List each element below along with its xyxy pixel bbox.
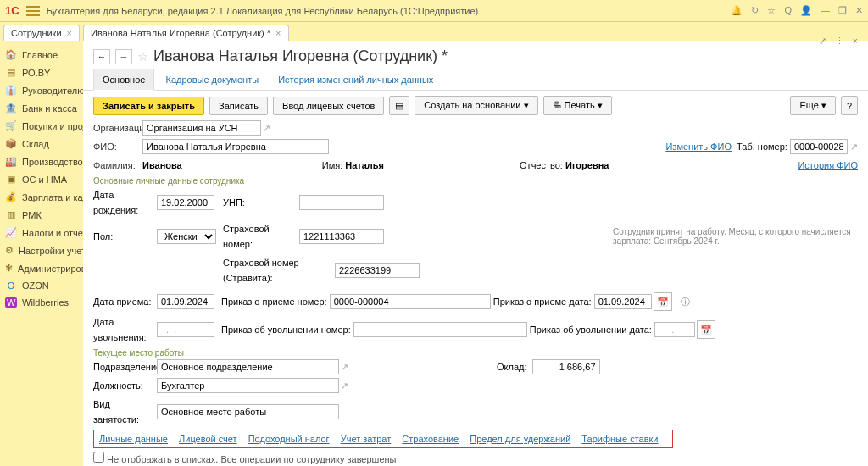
- subtab-docs[interactable]: Кадровые документы: [157, 69, 267, 90]
- org-input[interactable]: [142, 120, 261, 136]
- print-button[interactable]: 🖶 Печать ▾: [543, 96, 612, 115]
- max-icon[interactable]: ❐: [838, 5, 847, 16]
- sidebar-item[interactable]: 👔Руководителю: [0, 81, 83, 99]
- sidebar-item[interactable]: ▤РО.BY: [0, 64, 83, 81]
- insnum-input[interactable]: [299, 229, 384, 244]
- unp-input[interactable]: [299, 195, 384, 210]
- sidebar-item[interactable]: ✻Администрирование: [0, 259, 83, 277]
- history-icon[interactable]: ↻: [751, 5, 759, 16]
- tab-bar: Сотрудники× Иванова Наталья Игоревна (Со…: [0, 22, 868, 41]
- calendar-icon[interactable]: 📅: [654, 292, 672, 311]
- accounts-button[interactable]: Ввод лицевых счетов: [273, 97, 384, 115]
- dep-input[interactable]: [157, 359, 339, 374]
- hiredate-input[interactable]: [157, 294, 214, 309]
- min-icon[interactable]: —: [821, 5, 830, 16]
- sidebar-item[interactable]: WWildberries: [0, 294, 83, 311]
- footer-links: Личные данные Лицевой счет Подоходный на…: [93, 430, 673, 448]
- tab-employees[interactable]: Сотрудники×: [3, 25, 80, 41]
- footer-link[interactable]: Предел для удержаний: [470, 434, 570, 444]
- star-icon[interactable]: ☆: [767, 5, 776, 16]
- emptype-input[interactable]: [157, 404, 339, 419]
- detach-icon[interactable]: ⤢: [819, 41, 826, 47]
- tab-employee-card[interactable]: Иванова Наталья Игоревна (Сотрудник) *×: [83, 25, 289, 41]
- app-title: Бухгалтерия для Беларуси, редакция 2.1 Л…: [47, 6, 479, 16]
- open-icon[interactable]: ↗: [341, 378, 348, 393]
- home-icon: 🏠: [5, 49, 17, 60]
- back-button[interactable]: ←: [93, 49, 110, 64]
- firedate-input[interactable]: [157, 322, 214, 337]
- footer-link[interactable]: Страхование: [402, 434, 459, 444]
- page-title: Иванова Наталья Игоревна (Сотрудник) *: [153, 47, 448, 65]
- save-button[interactable]: Записать: [209, 97, 268, 115]
- salary-input[interactable]: [532, 359, 600, 374]
- bell-icon[interactable]: 🔔: [731, 5, 743, 16]
- sidebar-item[interactable]: 📦Склад: [0, 135, 83, 153]
- sidebar-item[interactable]: ▣ОС и НМА: [0, 170, 83, 188]
- sidebar-item[interactable]: 🏠Главное: [0, 46, 83, 64]
- footer-link[interactable]: Личные данные: [99, 434, 168, 444]
- menu-icon[interactable]: [26, 6, 40, 16]
- fio-input[interactable]: [142, 139, 329, 154]
- toolbar: Записать и закрыть Записать Ввод лицевых…: [83, 91, 868, 120]
- save-close-button[interactable]: Записать и закрыть: [93, 97, 204, 115]
- forward-button[interactable]: →: [115, 49, 132, 64]
- footer-link[interactable]: Лицевой счет: [179, 434, 237, 444]
- open-icon[interactable]: ↗: [341, 359, 348, 374]
- create-based-button[interactable]: Создать на основании ▾: [415, 96, 537, 115]
- close-panel-icon[interactable]: ×: [853, 41, 858, 47]
- tab-close-icon[interactable]: ×: [275, 28, 281, 38]
- close-icon[interactable]: ✕: [855, 5, 863, 16]
- sidebar-item[interactable]: 💰Зарплата и кадры: [0, 188, 83, 206]
- sidebar: 🏠Главное ▤РО.BY 👔Руководителю 🏦Банк и ка…: [0, 41, 83, 466]
- sex-select[interactable]: Женский: [157, 229, 216, 244]
- change-fio-link[interactable]: Изменить ФИО: [665, 141, 732, 152]
- sidebar-item[interactable]: 🏦Банк и касса: [0, 99, 83, 117]
- help-button[interactable]: ?: [841, 96, 858, 115]
- search-icon[interactable]: Q: [784, 5, 792, 16]
- user-icon[interactable]: 👤: [800, 5, 812, 16]
- subtabs: Основное Кадровые документы История изме…: [83, 69, 868, 91]
- hide-checkbox[interactable]: [93, 452, 104, 463]
- more-button[interactable]: Еще ▾: [790, 96, 835, 115]
- list-icon-button[interactable]: ▤: [389, 96, 409, 115]
- info-icon: ⓘ: [681, 294, 690, 309]
- app-topbar: 1С Бухгалтерия для Беларуси, редакция 2.…: [0, 0, 868, 22]
- sidebar-item[interactable]: 🛒Покупки и продажи: [0, 117, 83, 135]
- subtab-main[interactable]: Основное: [93, 69, 154, 91]
- footer-link[interactable]: Подоходный налог: [248, 434, 330, 444]
- fireordernum-input[interactable]: [353, 322, 527, 337]
- footer: Личные данные Лицевой счет Подоходный на…: [83, 424, 868, 466]
- sidebar-item[interactable]: ▥РМК: [0, 206, 83, 224]
- sidebar-item[interactable]: OOZON: [0, 277, 83, 294]
- calendar-icon[interactable]: 📅: [697, 320, 715, 339]
- ordernum-input[interactable]: [330, 294, 491, 309]
- favorite-icon[interactable]: ☆: [137, 49, 148, 64]
- subtab-history[interactable]: История изменений личных данных: [270, 69, 442, 90]
- logo-1c: 1С: [5, 4, 19, 17]
- footer-link[interactable]: Учет затрат: [341, 434, 392, 444]
- menu-dots-icon[interactable]: ⋮: [835, 41, 844, 47]
- orderdate-input[interactable]: [594, 294, 652, 309]
- history-fio-link[interactable]: История ФИО: [798, 158, 858, 173]
- sidebar-item[interactable]: ⚙Настройки учета: [0, 241, 83, 259]
- tab-close-icon[interactable]: ×: [67, 28, 72, 38]
- hire-note: Сотрудник принят на работу. Месяц, с кот…: [613, 227, 867, 246]
- footer-link[interactable]: Тарифные ставки: [581, 434, 658, 444]
- pos-input[interactable]: [157, 378, 339, 393]
- tabnum-input[interactable]: [790, 139, 848, 154]
- sidebar-item[interactable]: 🏭Производство: [0, 153, 83, 170]
- sidebar-item[interactable]: 📈Налоги и отчетность: [0, 224, 83, 241]
- open-icon[interactable]: ↗: [263, 120, 270, 136]
- open-icon[interactable]: ↗: [850, 141, 858, 152]
- form-body: Организация: ↗ ФИО: Изменить ФИО Таб. но…: [83, 120, 868, 424]
- fireorderdate-input[interactable]: [654, 322, 695, 337]
- insnum2-input[interactable]: [335, 263, 420, 278]
- top-icons: 🔔 ↻ ☆ Q 👤 — ❐ ✕: [731, 5, 863, 16]
- birthdate-input[interactable]: [157, 195, 214, 210]
